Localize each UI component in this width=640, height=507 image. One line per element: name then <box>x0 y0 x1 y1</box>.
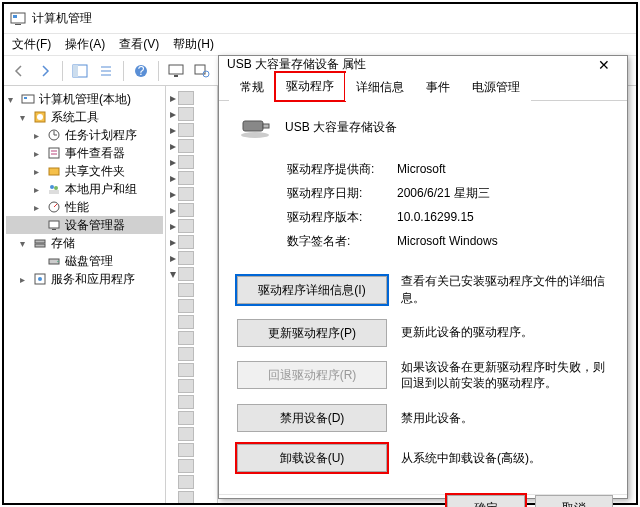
tree-label: 计算机管理(本地) <box>39 91 131 108</box>
disable-device-desc: 禁用此设备。 <box>401 410 609 427</box>
tree-perf[interactable]: ▸性能 <box>6 198 163 216</box>
app-icon <box>10 11 26 27</box>
svg-point-36 <box>38 277 42 281</box>
tree-storage[interactable]: ▾存储 <box>6 234 163 252</box>
svg-point-26 <box>54 186 58 190</box>
tree-label: 服务和应用程序 <box>51 271 135 288</box>
svg-rect-4 <box>73 65 78 77</box>
dialog-titlebar: USB 大容量存储设备 属性 ✕ <box>219 56 627 73</box>
back-icon[interactable] <box>10 62 28 80</box>
dialog-title: USB 大容量存储设备 属性 <box>227 56 589 73</box>
driver-details-desc: 查看有关已安装驱动程序文件的详细信息。 <box>401 273 609 307</box>
tree-systools[interactable]: ▾系统工具 <box>6 108 163 126</box>
svg-rect-21 <box>49 148 59 158</box>
update-driver-desc: 更新此设备的驱动程序。 <box>401 324 609 341</box>
tab-power[interactable]: 电源管理 <box>461 73 531 101</box>
property-table: 驱动程序提供商:Microsoft 驱动程序日期:2006/6/21 星期三 驱… <box>287 157 609 253</box>
tree-event[interactable]: ▸事件查看器 <box>6 144 163 162</box>
tree-label: 存储 <box>51 235 75 252</box>
disable-device-button[interactable]: 禁用设备(D) <box>237 404 387 432</box>
scan-icon[interactable] <box>193 62 211 80</box>
tree-label: 系统工具 <box>51 109 99 126</box>
tree-shared[interactable]: ▸共享文件夹 <box>6 162 163 180</box>
version-value: 10.0.16299.15 <box>397 210 609 224</box>
monitor-icon[interactable] <box>167 62 185 80</box>
usb-device-icon <box>237 115 273 139</box>
signer-value: Microsoft Windows <box>397 234 609 248</box>
tree-label: 事件查看器 <box>65 145 125 162</box>
provider-value: Microsoft <box>397 162 609 176</box>
svg-point-34 <box>57 261 59 263</box>
titlebar: 计算机管理 <box>4 4 636 34</box>
ok-button[interactable]: 确定 <box>447 495 525 507</box>
svg-rect-27 <box>49 190 59 194</box>
menu-view[interactable]: 查看(V) <box>119 36 159 53</box>
menubar: 文件(F) 操作(A) 查看(V) 帮助(H) <box>4 34 636 56</box>
signer-label: 数字签名者: <box>287 233 397 250</box>
svg-rect-38 <box>243 121 263 131</box>
show-hide-icon[interactable] <box>71 62 89 80</box>
tab-driver[interactable]: 驱动程序 <box>275 72 345 101</box>
tree-disk[interactable]: 磁盘管理 <box>6 252 163 270</box>
list-icon[interactable] <box>97 62 115 80</box>
svg-rect-2 <box>15 24 21 25</box>
device-name: USB 大容量存储设备 <box>285 119 397 136</box>
separator <box>62 61 63 81</box>
tree-services[interactable]: ▸服务和应用程序 <box>6 270 163 288</box>
help-icon[interactable]: ? <box>132 62 150 80</box>
provider-label: 驱动程序提供商: <box>287 161 397 178</box>
date-label: 驱动程序日期: <box>287 185 397 202</box>
tab-general[interactable]: 常规 <box>229 73 275 101</box>
rollback-driver-button: 回退驱动程序(R) <box>237 361 387 389</box>
menu-help[interactable]: 帮助(H) <box>173 36 214 53</box>
update-driver-button[interactable]: 更新驱动程序(P) <box>237 319 387 347</box>
window-title: 计算机管理 <box>32 10 630 27</box>
svg-point-25 <box>50 185 54 189</box>
tab-events[interactable]: 事件 <box>415 73 461 101</box>
svg-point-37 <box>241 132 269 138</box>
svg-rect-10 <box>169 65 183 74</box>
version-label: 驱动程序版本: <box>287 209 397 226</box>
tree-task[interactable]: ▸任务计划程序 <box>6 126 163 144</box>
tab-row: 常规 驱动程序 详细信息 事件 电源管理 <box>219 73 627 101</box>
svg-rect-39 <box>263 124 269 128</box>
svg-rect-30 <box>52 229 56 230</box>
tree-label: 本地用户和组 <box>65 181 137 198</box>
dialog-footer: 确定 取消 <box>219 494 627 507</box>
tab-details[interactable]: 详细信息 <box>345 73 415 101</box>
svg-point-17 <box>37 114 43 120</box>
tree-panel: ▾计算机管理(本地) ▾系统工具 ▸任务计划程序 ▸事件查看器 ▸共享文件夹 ▸… <box>4 86 166 503</box>
svg-rect-15 <box>24 97 27 99</box>
uninstall-device-button[interactable]: 卸载设备(U) <box>237 444 387 472</box>
svg-rect-29 <box>49 221 59 228</box>
svg-rect-32 <box>35 244 45 247</box>
tree-users[interactable]: ▸本地用户和组 <box>6 180 163 198</box>
svg-rect-31 <box>35 240 45 243</box>
svg-rect-1 <box>13 15 17 18</box>
tree-root[interactable]: ▾计算机管理(本地) <box>6 90 163 108</box>
device-list-panel: ▸ ▸ ▸ ▸ ▸ ▸ ▸ ▸ ▸ ▸ ▸ ▾ <box>166 86 218 503</box>
tree-label: 任务计划程序 <box>65 127 137 144</box>
svg-rect-24 <box>49 168 59 175</box>
tree-label: 性能 <box>65 199 89 216</box>
tree-label: 共享文件夹 <box>65 163 125 180</box>
tree-devmgr[interactable]: 设备管理器 <box>6 216 163 234</box>
properties-dialog: USB 大容量存储设备 属性 ✕ 常规 驱动程序 详细信息 事件 电源管理 US… <box>218 55 628 499</box>
date-value: 2006/6/21 星期三 <box>397 185 609 202</box>
menu-action[interactable]: 操作(A) <box>65 36 105 53</box>
tree-label: 设备管理器 <box>65 217 125 234</box>
svg-rect-14 <box>22 95 34 103</box>
driver-details-button[interactable]: 驱动程序详细信息(I) <box>237 276 387 304</box>
forward-icon[interactable] <box>36 62 54 80</box>
uninstall-device-desc: 从系统中卸载设备(高级)。 <box>401 450 609 467</box>
svg-rect-11 <box>174 75 178 77</box>
close-icon[interactable]: ✕ <box>589 57 619 73</box>
cancel-button[interactable]: 取消 <box>535 495 613 507</box>
rollback-driver-desc: 如果该设备在更新驱动程序时失败，则回退到以前安装的驱动程序。 <box>401 359 609 393</box>
tree-label: 磁盘管理 <box>65 253 113 270</box>
menu-file[interactable]: 文件(F) <box>12 36 51 53</box>
separator <box>123 61 124 81</box>
svg-text:?: ? <box>138 64 145 78</box>
dialog-body: USB 大容量存储设备 驱动程序提供商:Microsoft 驱动程序日期:200… <box>219 101 627 494</box>
separator <box>158 61 159 81</box>
